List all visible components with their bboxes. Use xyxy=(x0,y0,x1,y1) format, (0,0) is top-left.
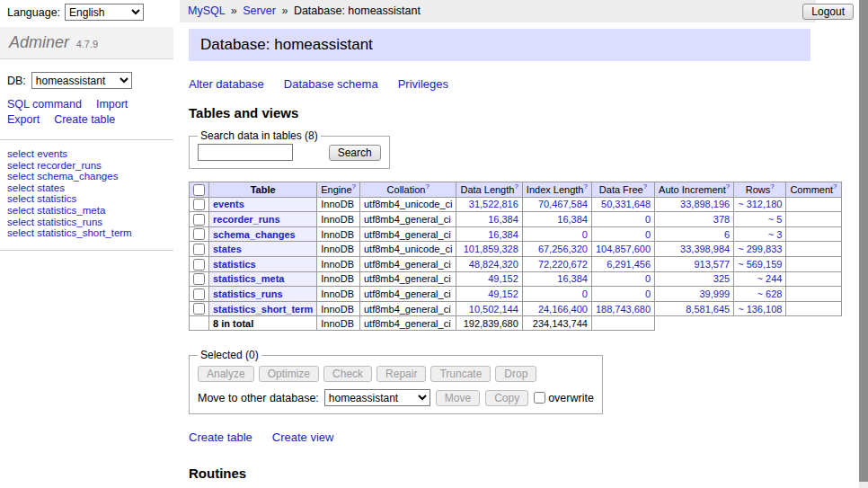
auto-increment-link[interactable]: 33,898,196 xyxy=(680,199,730,209)
table-name-link[interactable]: statistics_meta xyxy=(213,273,285,284)
row-checkbox[interactable] xyxy=(193,288,205,300)
index-length-link[interactable]: 0 xyxy=(582,288,588,299)
auto-increment-link[interactable]: 325 xyxy=(713,273,730,284)
index-length-link[interactable]: 72,220,672 xyxy=(538,259,588,270)
sidebar-item-select-statistics-meta[interactable]: select statistics_meta xyxy=(7,205,166,217)
index-length-link[interactable]: 24,166,400 xyxy=(538,304,588,315)
select-all-checkbox[interactable] xyxy=(193,184,205,196)
database-schema-link[interactable]: Database schema xyxy=(284,77,378,91)
truncate-button[interactable]: Truncate xyxy=(430,366,491,382)
sidebar-item-select-statistics-runs[interactable]: select statistics_runs xyxy=(7,217,166,228)
index-length-link[interactable]: 70,467,584 xyxy=(538,199,588,209)
data-length-link[interactable]: 101,859,328 xyxy=(464,244,518,254)
data-length-link[interactable]: 49,152 xyxy=(488,273,518,284)
sidebar-item-select-statistics-short-term[interactable]: select statistics_short_term xyxy=(7,227,166,239)
check-button[interactable]: Check xyxy=(323,366,372,382)
table-name-link[interactable]: statistics_runs xyxy=(213,288,283,299)
data-free-link[interactable]: 50,331,648 xyxy=(601,199,651,209)
overwrite-checkbox[interactable] xyxy=(534,392,545,404)
sidebar-item-select-statistics[interactable]: select statistics xyxy=(7,193,166,205)
data-free-link[interactable]: 0 xyxy=(645,214,651,225)
table-name-link[interactable]: statistics_short_term xyxy=(213,304,313,315)
rows-count-link[interactable]: ~ 569,159 xyxy=(738,259,782,270)
data-length-link[interactable]: 49,152 xyxy=(488,288,518,299)
table-name-link[interactable]: schema_changes xyxy=(213,229,296,240)
sidebar-link-import[interactable]: Import xyxy=(96,98,128,111)
help-link[interactable]: ? xyxy=(726,182,730,191)
data-length-link[interactable]: 16,384 xyxy=(488,229,518,240)
help-link[interactable]: ? xyxy=(643,182,647,191)
data-free-link[interactable]: 104,857,600 xyxy=(596,244,651,254)
help-link[interactable]: ? xyxy=(583,182,587,191)
copy-button[interactable]: Copy xyxy=(485,390,528,406)
language-select[interactable]: English xyxy=(65,4,144,21)
row-checkbox[interactable] xyxy=(193,259,205,271)
create-table-link[interactable]: Create table xyxy=(189,430,252,444)
auto-increment-link[interactable]: 39,999 xyxy=(700,288,731,299)
privileges-link[interactable]: Privileges xyxy=(398,77,448,91)
data-length-link[interactable]: 48,824,320 xyxy=(469,259,518,270)
db-select[interactable]: homeassistant xyxy=(31,72,132,89)
help-link[interactable]: ? xyxy=(833,182,837,191)
rows-count-link[interactable]: ~ 244 xyxy=(757,273,783,284)
sidebar-link-create-table[interactable]: Create table xyxy=(54,113,115,126)
table-name-link[interactable]: statistics xyxy=(213,259,256,270)
row-checkbox[interactable] xyxy=(193,244,205,255)
sidebar-link-sql-command[interactable]: SQL command xyxy=(7,98,82,111)
optimize-button[interactable]: Optimize xyxy=(259,366,319,382)
sidebar-item-select-recorder-runs[interactable]: select recorder_runs xyxy=(7,160,166,172)
data-free-link[interactable]: 0 xyxy=(645,229,651,240)
sidebar-item-select-states[interactable]: select states xyxy=(7,182,166,194)
data-free-link[interactable]: 188,743,680 xyxy=(596,304,651,315)
data-length-link[interactable]: 10,502,144 xyxy=(469,304,518,315)
auto-increment-link[interactable]: 8,581,645 xyxy=(686,304,730,315)
scrollbar-thumb[interactable] xyxy=(859,0,868,482)
help-link[interactable]: ? xyxy=(514,182,518,191)
help-link[interactable]: ? xyxy=(770,182,774,191)
index-length-link[interactable]: 16,384 xyxy=(557,214,588,225)
row-checkbox[interactable] xyxy=(193,214,205,226)
rows-count-link[interactable]: ~ 136,108 xyxy=(738,304,782,315)
table-name-link[interactable]: recorder_runs xyxy=(213,214,280,225)
row-checkbox[interactable] xyxy=(193,273,205,285)
auto-increment-link[interactable]: 378 xyxy=(713,214,730,225)
logout-button[interactable]: Logout xyxy=(802,4,854,20)
row-checkbox[interactable] xyxy=(193,303,205,315)
table-name-link[interactable]: states xyxy=(213,244,242,254)
search-button[interactable]: Search xyxy=(329,145,381,161)
row-checkbox[interactable] xyxy=(193,199,205,210)
vertical-scrollbar[interactable] xyxy=(859,0,868,488)
table-name-link[interactable]: events xyxy=(213,199,244,209)
rows-count-link[interactable]: ~ 312,180 xyxy=(738,199,782,209)
sidebar-link-export[interactable]: Export xyxy=(7,113,40,126)
rows-count-link[interactable]: ~ 628 xyxy=(757,288,783,299)
breadcrumb-mysql-link[interactable]: MySQL xyxy=(188,4,225,17)
data-free-link[interactable]: 6,291,456 xyxy=(607,259,651,270)
help-link[interactable]: ? xyxy=(425,182,429,191)
rows-count-link[interactable]: ~ 3 xyxy=(768,229,783,240)
data-free-link[interactable]: 0 xyxy=(645,273,651,284)
create-view-link[interactable]: Create view xyxy=(272,430,334,444)
help-link[interactable]: ? xyxy=(352,182,356,191)
data-length-link[interactable]: 16,384 xyxy=(488,214,518,225)
move-db-select[interactable]: homeassistant xyxy=(324,389,430,406)
repair-button[interactable]: Repair xyxy=(376,366,426,382)
rows-count-link[interactable]: ~ 5 xyxy=(768,214,783,225)
auto-increment-link[interactable]: 913,577 xyxy=(694,259,730,270)
row-checkbox[interactable] xyxy=(193,228,205,240)
alter-database-link[interactable]: Alter database xyxy=(189,77,264,91)
rows-count-link[interactable]: ~ 299,833 xyxy=(738,244,782,254)
index-length-link[interactable]: 0 xyxy=(582,229,588,240)
auto-increment-link[interactable]: 33,398,984 xyxy=(680,244,730,254)
analyze-button[interactable]: Analyze xyxy=(198,366,254,382)
sidebar-item-select-schema-changes[interactable]: select schema_changes xyxy=(7,171,166,182)
sidebar-item-select-events[interactable]: select events xyxy=(7,148,166,160)
data-free-link[interactable]: 0 xyxy=(645,288,651,299)
index-length-link[interactable]: 67,256,320 xyxy=(538,244,588,254)
auto-increment-link[interactable]: 6 xyxy=(724,229,730,240)
index-length-link[interactable]: 16,384 xyxy=(557,273,588,284)
search-input[interactable] xyxy=(198,144,293,161)
move-button[interactable]: Move xyxy=(436,390,480,406)
data-length-link[interactable]: 31,522,816 xyxy=(469,199,518,209)
breadcrumb-server-link[interactable]: Server xyxy=(243,4,276,17)
